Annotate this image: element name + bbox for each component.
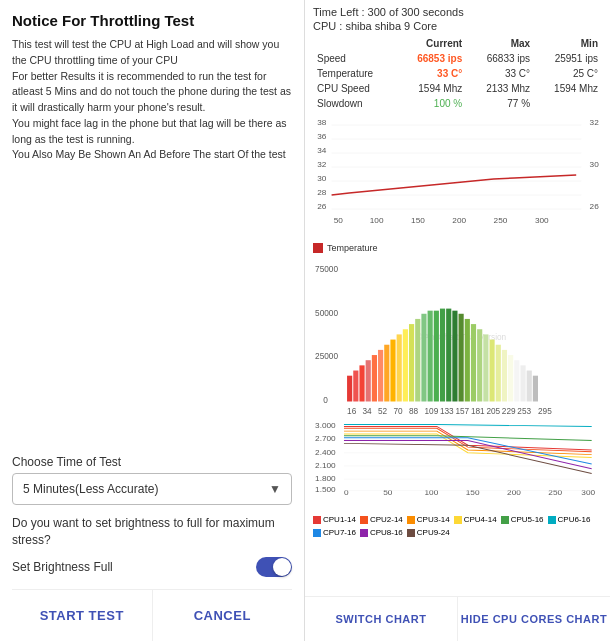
cpu4-color <box>454 516 462 524</box>
svg-text:2.700: 2.700 <box>315 435 336 444</box>
svg-rect-69 <box>520 365 525 401</box>
cpu3-color <box>407 516 415 524</box>
svg-rect-63 <box>483 334 488 401</box>
start-test-button[interactable]: START TEST <box>12 590 153 641</box>
svg-rect-50 <box>403 329 408 401</box>
slowdown-current: 100 % <box>397 96 466 111</box>
svg-text:250: 250 <box>548 488 562 497</box>
col-header-min: Min <box>534 36 602 51</box>
metric-cpu-speed: CPU Speed <box>313 81 397 96</box>
svg-text:50: 50 <box>334 216 344 225</box>
cpu5-color <box>501 516 509 524</box>
cores-legend: CPU1-14 CPU2-14 CPU3-14 CPU4-14 CPU5-16 … <box>305 515 610 537</box>
cpu-name: CPU : shiba shiba 9 Core <box>305 20 610 36</box>
cpuspeed-current: 1594 Mhz <box>397 81 466 96</box>
svg-text:0: 0 <box>344 488 349 497</box>
svg-text:26: 26 <box>590 202 600 211</box>
svg-rect-54 <box>428 311 433 402</box>
col-header-current: Current <box>397 36 466 51</box>
cores-chart-svg: 3.000 2.700 2.400 2.100 1.800 1.500 0 50… <box>313 417 602 497</box>
cpu7-color <box>313 529 321 537</box>
dropdown-value: 5 Minutes(Less Accurate) <box>23 482 158 496</box>
svg-rect-42 <box>353 371 358 402</box>
svg-text:36: 36 <box>317 132 327 141</box>
svg-rect-67 <box>508 355 513 401</box>
cpu1-label: CPU1-14 <box>323 515 356 524</box>
cores-chart: 3.000 2.700 2.400 2.100 1.800 1.500 0 50… <box>305 415 610 515</box>
svg-text:38: 38 <box>317 118 327 127</box>
legend-cpu7: CPU7-16 <box>313 528 356 537</box>
svg-rect-47 <box>384 345 389 402</box>
chevron-down-icon: ▼ <box>269 482 281 496</box>
svg-text:250: 250 <box>494 216 508 225</box>
svg-rect-68 <box>514 360 519 401</box>
stats-table: Current Max Min Speed 66853 ips 66833 ip… <box>313 36 602 111</box>
svg-text:0: 0 <box>323 396 328 405</box>
temp-min: 25 C° <box>534 66 602 81</box>
brightness-toggle[interactable] <box>256 557 292 577</box>
svg-rect-62 <box>477 329 482 401</box>
svg-rect-53 <box>421 314 426 402</box>
cpu9-label: CPU9-24 <box>417 528 450 537</box>
svg-rect-61 <box>471 324 476 401</box>
legend-cpu4: CPU4-14 <box>454 515 497 524</box>
cpuspeed-max: 2133 Mhz <box>466 81 534 96</box>
svg-rect-56 <box>440 309 445 402</box>
col-header-max: Max <box>466 36 534 51</box>
brightness-row: Set Brightness Full <box>12 557 292 577</box>
cpu6-label: CPU6-16 <box>558 515 591 524</box>
right-panel: Time Left : 300 of 300 seconds CPU : shi… <box>305 0 610 641</box>
notice-title: Notice For Throttling Test <box>12 12 292 29</box>
svg-text:200: 200 <box>507 488 521 497</box>
svg-text:1.800: 1.800 <box>315 474 336 483</box>
svg-text:150: 150 <box>411 216 425 225</box>
speed-current: 66853 ips <box>397 51 466 66</box>
svg-text:50: 50 <box>383 488 393 497</box>
metric-speed: Speed <box>313 51 397 66</box>
cancel-button[interactable]: CANCEL <box>153 590 293 641</box>
metric-temperature: Temperature <box>313 66 397 81</box>
svg-text:2.400: 2.400 <box>315 448 336 457</box>
temp-legend: Temperature <box>305 241 610 255</box>
bottom-buttons: SWITCH CHART HIDE CPU CORES CHART <box>305 596 610 641</box>
svg-text:30: 30 <box>590 160 600 169</box>
legend-cpu8: CPU8-16 <box>360 528 403 537</box>
svg-text:75000: 75000 <box>315 265 338 274</box>
legend-cpu5: CPU5-16 <box>501 515 544 524</box>
legend-cpu2: CPU2-14 <box>360 515 403 524</box>
svg-rect-57 <box>446 309 451 402</box>
svg-rect-60 <box>465 319 470 402</box>
svg-text:26: 26 <box>317 202 327 211</box>
cpu8-color <box>360 529 368 537</box>
notice-text: This test will test the CPU at High Load… <box>12 37 292 443</box>
svg-text:50000: 50000 <box>315 309 338 318</box>
svg-text:2.100: 2.100 <box>315 461 336 470</box>
timer-display: Time Left : 300 of 300 seconds <box>305 0 610 20</box>
svg-rect-59 <box>459 314 464 402</box>
svg-text:100: 100 <box>424 488 438 497</box>
svg-rect-46 <box>378 350 383 402</box>
brightness-question: Do you want to set brightness to full fo… <box>12 515 292 549</box>
cpu9-color <box>407 529 415 537</box>
speed-max: 66833 ips <box>466 51 534 66</box>
col-header-metric <box>313 36 397 51</box>
switch-chart-button[interactable]: SWITCH CHART <box>305 597 458 641</box>
svg-text:3.000: 3.000 <box>315 422 336 431</box>
svg-rect-66 <box>502 350 507 402</box>
svg-text:200: 200 <box>452 216 466 225</box>
temperature-chart: 38 36 34 32 30 28 26 32 30 26 50 100 150… <box>305 111 610 241</box>
temp-current: 33 C° <box>397 66 466 81</box>
svg-text:300: 300 <box>581 488 595 497</box>
svg-text:300: 300 <box>535 216 549 225</box>
cpu5-label: CPU5-16 <box>511 515 544 524</box>
legend-cpu3: CPU3-14 <box>407 515 450 524</box>
legend-cpu6: CPU6-16 <box>548 515 591 524</box>
svg-rect-44 <box>366 360 371 401</box>
svg-rect-49 <box>397 334 402 401</box>
cpu2-color <box>360 516 368 524</box>
slowdown-max: 77 % <box>466 96 534 111</box>
hide-cpu-cores-button[interactable]: HIDE CPU CORES CHART <box>458 597 610 641</box>
legend-cpu1: CPU1-14 <box>313 515 356 524</box>
time-dropdown[interactable]: 5 Minutes(Less Accurate) ▼ <box>12 473 292 505</box>
temp-legend-dot <box>313 243 323 253</box>
